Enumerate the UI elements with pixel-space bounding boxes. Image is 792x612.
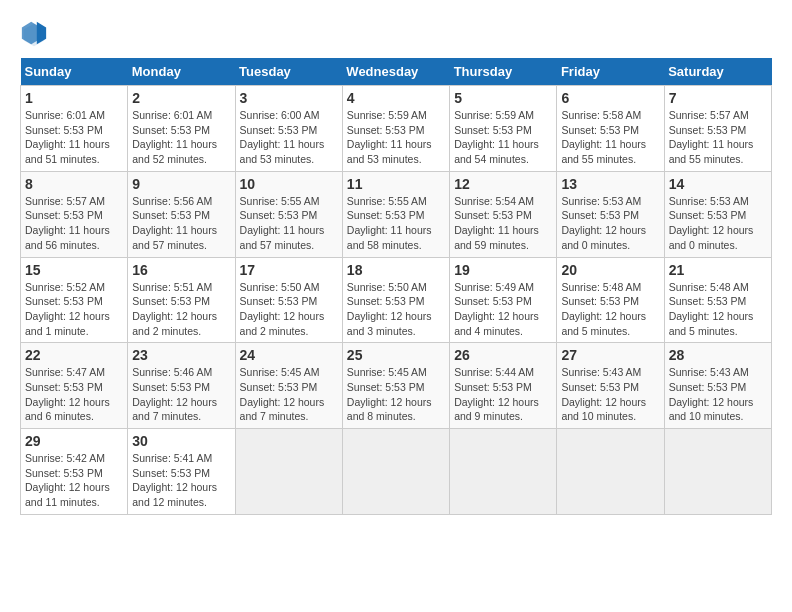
day-number: 19 [454, 262, 552, 278]
logo [20, 20, 52, 48]
day-info: Sunrise: 5:49 AM Sunset: 5:53 PM Dayligh… [454, 280, 552, 339]
day-info: Sunrise: 5:48 AM Sunset: 5:53 PM Dayligh… [561, 280, 659, 339]
day-number: 23 [132, 347, 230, 363]
day-number: 27 [561, 347, 659, 363]
calendar-cell: 13 Sunrise: 5:53 AM Sunset: 5:53 PM Dayl… [557, 171, 664, 257]
day-info: Sunrise: 5:57 AM Sunset: 5:53 PM Dayligh… [669, 108, 767, 167]
calendar-week-row: 29 Sunrise: 5:42 AM Sunset: 5:53 PM Dayl… [21, 429, 772, 515]
day-number: 6 [561, 90, 659, 106]
day-number: 16 [132, 262, 230, 278]
day-info: Sunrise: 5:57 AM Sunset: 5:53 PM Dayligh… [25, 194, 123, 253]
calendar-week-row: 15 Sunrise: 5:52 AM Sunset: 5:53 PM Dayl… [21, 257, 772, 343]
day-of-week-header: Saturday [664, 58, 771, 86]
calendar-cell: 30 Sunrise: 5:41 AM Sunset: 5:53 PM Dayl… [128, 429, 235, 515]
calendar-cell: 14 Sunrise: 5:53 AM Sunset: 5:53 PM Dayl… [664, 171, 771, 257]
day-info: Sunrise: 5:53 AM Sunset: 5:53 PM Dayligh… [669, 194, 767, 253]
day-info: Sunrise: 5:42 AM Sunset: 5:53 PM Dayligh… [25, 451, 123, 510]
calendar-cell: 3 Sunrise: 6:00 AM Sunset: 5:53 PM Dayli… [235, 86, 342, 172]
day-info: Sunrise: 5:50 AM Sunset: 5:53 PM Dayligh… [240, 280, 338, 339]
day-number: 21 [669, 262, 767, 278]
day-info: Sunrise: 5:45 AM Sunset: 5:53 PM Dayligh… [347, 365, 445, 424]
calendar-cell: 9 Sunrise: 5:56 AM Sunset: 5:53 PM Dayli… [128, 171, 235, 257]
calendar-cell [342, 429, 449, 515]
day-info: Sunrise: 6:01 AM Sunset: 5:53 PM Dayligh… [25, 108, 123, 167]
logo-icon [20, 20, 48, 48]
day-number: 24 [240, 347, 338, 363]
day-info: Sunrise: 5:52 AM Sunset: 5:53 PM Dayligh… [25, 280, 123, 339]
day-info: Sunrise: 6:01 AM Sunset: 5:53 PM Dayligh… [132, 108, 230, 167]
day-number: 20 [561, 262, 659, 278]
calendar-cell: 12 Sunrise: 5:54 AM Sunset: 5:53 PM Dayl… [450, 171, 557, 257]
day-of-week-header: Sunday [21, 58, 128, 86]
day-info: Sunrise: 5:44 AM Sunset: 5:53 PM Dayligh… [454, 365, 552, 424]
calendar-cell: 10 Sunrise: 5:55 AM Sunset: 5:53 PM Dayl… [235, 171, 342, 257]
day-number: 30 [132, 433, 230, 449]
day-of-week-header: Friday [557, 58, 664, 86]
calendar-cell: 21 Sunrise: 5:48 AM Sunset: 5:53 PM Dayl… [664, 257, 771, 343]
day-number: 1 [25, 90, 123, 106]
calendar-cell: 4 Sunrise: 5:59 AM Sunset: 5:53 PM Dayli… [342, 86, 449, 172]
day-number: 2 [132, 90, 230, 106]
day-info: Sunrise: 5:53 AM Sunset: 5:53 PM Dayligh… [561, 194, 659, 253]
calendar-cell: 20 Sunrise: 5:48 AM Sunset: 5:53 PM Dayl… [557, 257, 664, 343]
day-number: 12 [454, 176, 552, 192]
calendar-cell: 17 Sunrise: 5:50 AM Sunset: 5:53 PM Dayl… [235, 257, 342, 343]
calendar-cell: 7 Sunrise: 5:57 AM Sunset: 5:53 PM Dayli… [664, 86, 771, 172]
day-info: Sunrise: 5:46 AM Sunset: 5:53 PM Dayligh… [132, 365, 230, 424]
calendar-table: SundayMondayTuesdayWednesdayThursdayFrid… [20, 58, 772, 515]
day-info: Sunrise: 5:43 AM Sunset: 5:53 PM Dayligh… [669, 365, 767, 424]
day-of-week-header: Wednesday [342, 58, 449, 86]
day-number: 18 [347, 262, 445, 278]
day-info: Sunrise: 5:55 AM Sunset: 5:53 PM Dayligh… [240, 194, 338, 253]
calendar-cell: 2 Sunrise: 6:01 AM Sunset: 5:53 PM Dayli… [128, 86, 235, 172]
day-info: Sunrise: 5:58 AM Sunset: 5:53 PM Dayligh… [561, 108, 659, 167]
day-number: 15 [25, 262, 123, 278]
calendar-header-row: SundayMondayTuesdayWednesdayThursdayFrid… [21, 58, 772, 86]
calendar-week-row: 1 Sunrise: 6:01 AM Sunset: 5:53 PM Dayli… [21, 86, 772, 172]
calendar-cell: 25 Sunrise: 5:45 AM Sunset: 5:53 PM Dayl… [342, 343, 449, 429]
day-number: 10 [240, 176, 338, 192]
day-info: Sunrise: 5:59 AM Sunset: 5:53 PM Dayligh… [347, 108, 445, 167]
calendar-cell: 5 Sunrise: 5:59 AM Sunset: 5:53 PM Dayli… [450, 86, 557, 172]
calendar-cell: 22 Sunrise: 5:47 AM Sunset: 5:53 PM Dayl… [21, 343, 128, 429]
calendar-cell: 27 Sunrise: 5:43 AM Sunset: 5:53 PM Dayl… [557, 343, 664, 429]
calendar-cell [557, 429, 664, 515]
calendar-cell: 28 Sunrise: 5:43 AM Sunset: 5:53 PM Dayl… [664, 343, 771, 429]
calendar-cell: 23 Sunrise: 5:46 AM Sunset: 5:53 PM Dayl… [128, 343, 235, 429]
day-number: 28 [669, 347, 767, 363]
calendar-cell: 26 Sunrise: 5:44 AM Sunset: 5:53 PM Dayl… [450, 343, 557, 429]
calendar-week-row: 22 Sunrise: 5:47 AM Sunset: 5:53 PM Dayl… [21, 343, 772, 429]
day-number: 13 [561, 176, 659, 192]
day-number: 8 [25, 176, 123, 192]
day-of-week-header: Monday [128, 58, 235, 86]
day-info: Sunrise: 5:47 AM Sunset: 5:53 PM Dayligh… [25, 365, 123, 424]
day-number: 29 [25, 433, 123, 449]
calendar-cell: 29 Sunrise: 5:42 AM Sunset: 5:53 PM Dayl… [21, 429, 128, 515]
day-number: 3 [240, 90, 338, 106]
day-info: Sunrise: 5:51 AM Sunset: 5:53 PM Dayligh… [132, 280, 230, 339]
calendar-cell: 15 Sunrise: 5:52 AM Sunset: 5:53 PM Dayl… [21, 257, 128, 343]
day-number: 9 [132, 176, 230, 192]
day-info: Sunrise: 5:50 AM Sunset: 5:53 PM Dayligh… [347, 280, 445, 339]
day-number: 25 [347, 347, 445, 363]
page-header [20, 20, 772, 48]
calendar-cell: 24 Sunrise: 5:45 AM Sunset: 5:53 PM Dayl… [235, 343, 342, 429]
calendar-cell: 19 Sunrise: 5:49 AM Sunset: 5:53 PM Dayl… [450, 257, 557, 343]
day-number: 11 [347, 176, 445, 192]
day-number: 17 [240, 262, 338, 278]
calendar-cell [664, 429, 771, 515]
calendar-cell: 18 Sunrise: 5:50 AM Sunset: 5:53 PM Dayl… [342, 257, 449, 343]
calendar-week-row: 8 Sunrise: 5:57 AM Sunset: 5:53 PM Dayli… [21, 171, 772, 257]
day-number: 5 [454, 90, 552, 106]
day-number: 14 [669, 176, 767, 192]
calendar-cell: 1 Sunrise: 6:01 AM Sunset: 5:53 PM Dayli… [21, 86, 128, 172]
day-info: Sunrise: 5:41 AM Sunset: 5:53 PM Dayligh… [132, 451, 230, 510]
day-number: 26 [454, 347, 552, 363]
day-info: Sunrise: 5:54 AM Sunset: 5:53 PM Dayligh… [454, 194, 552, 253]
day-number: 7 [669, 90, 767, 106]
day-of-week-header: Thursday [450, 58, 557, 86]
day-number: 22 [25, 347, 123, 363]
day-info: Sunrise: 5:59 AM Sunset: 5:53 PM Dayligh… [454, 108, 552, 167]
day-info: Sunrise: 5:48 AM Sunset: 5:53 PM Dayligh… [669, 280, 767, 339]
day-info: Sunrise: 5:43 AM Sunset: 5:53 PM Dayligh… [561, 365, 659, 424]
